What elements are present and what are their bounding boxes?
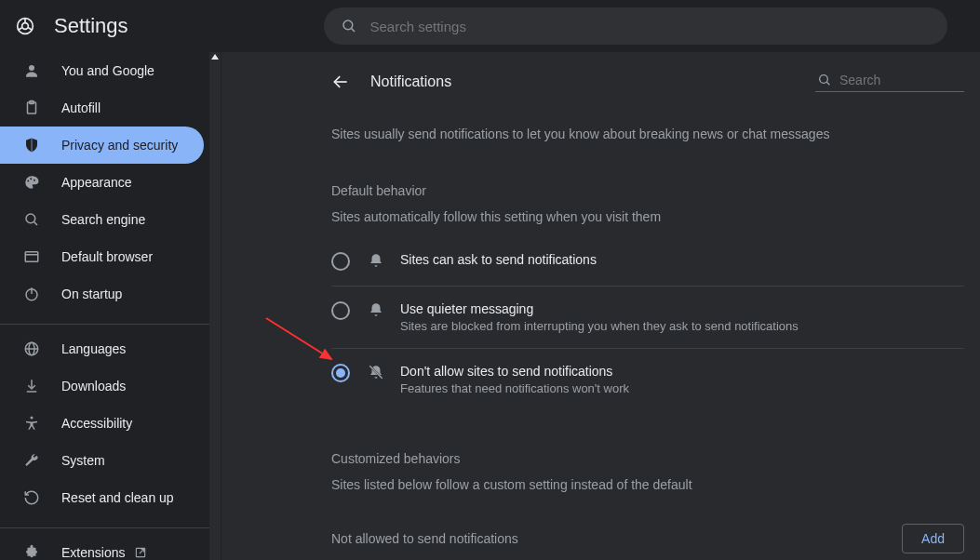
sidebar-item-label: Privacy and security — [61, 138, 178, 153]
svg-line-3 — [351, 29, 354, 32]
app-title: Settings — [54, 14, 128, 38]
search-icon — [22, 211, 41, 228]
person-icon — [22, 62, 41, 79]
svg-point-9 — [34, 180, 35, 181]
shield-icon — [22, 137, 41, 153]
sidebar-item-downloads[interactable]: Downloads — [0, 367, 204, 405]
sidebar-item-label: Extensions — [61, 545, 125, 560]
power-icon — [22, 286, 41, 302]
sidebar-item-extensions[interactable]: Extensions — [0, 534, 204, 560]
sidebar-item-privacy-and-security[interactable]: Privacy and security — [0, 127, 204, 164]
svg-point-7 — [27, 180, 29, 182]
sidebar-item-search-engine[interactable]: Search engine — [0, 201, 204, 238]
svg-point-25 — [820, 75, 828, 84]
annotation-arrow — [266, 318, 341, 374]
radio-title: Don't allow sites to send notifications — [400, 364, 964, 379]
sidebar-item-label: Autofill — [61, 100, 101, 115]
page-title: Notifications — [370, 73, 451, 90]
divider — [0, 324, 210, 325]
sidebar-item-label: Appearance — [61, 175, 132, 190]
svg-line-26 — [826, 82, 829, 85]
sidebar-item-label: Languages — [61, 341, 126, 356]
bell-icon — [367, 252, 385, 269]
sidebar-item-on-startup[interactable]: On startup — [0, 275, 204, 313]
radio-option-quieter[interactable]: Use quieter messaging Sites are blocked … — [331, 287, 964, 349]
sidebar-item-label: Search engine — [61, 212, 145, 227]
page-search-input[interactable] — [839, 73, 942, 87]
radio-input[interactable] — [331, 364, 350, 382]
globe-icon — [22, 340, 41, 357]
sidebar-scrollbar[interactable] — [209, 52, 221, 560]
extension-icon — [22, 544, 41, 560]
sidebar-item-appearance[interactable]: Appearance — [0, 164, 204, 201]
back-button[interactable] — [331, 73, 350, 91]
sidebar-item-label: System — [61, 453, 105, 468]
svg-point-8 — [30, 178, 32, 180]
svg-point-21 — [31, 417, 34, 420]
sidebar-item-label: Accessibility — [61, 416, 132, 431]
section-heading-default-behavior: Default behavior — [331, 155, 964, 200]
sidebar-item-autofill[interactable]: Autofill — [0, 89, 204, 127]
radio-input[interactable] — [331, 301, 350, 320]
radio-title: Sites can ask to send notifications — [400, 252, 964, 267]
svg-line-11 — [34, 222, 37, 225]
page-search[interactable] — [815, 71, 964, 92]
svg-point-4 — [29, 65, 34, 71]
wrench-icon — [22, 452, 41, 469]
bell-icon — [367, 301, 385, 318]
svg-point-1 — [22, 23, 29, 30]
not-allowed-heading: Not allowed to send notifications — [331, 531, 518, 546]
restore-icon — [22, 489, 41, 506]
svg-line-23 — [266, 318, 331, 359]
global-search-input[interactable] — [370, 19, 931, 34]
search-icon — [341, 18, 357, 34]
section-sub: Sites automatically follow this setting … — [331, 200, 964, 230]
chrome-logo-icon — [15, 16, 35, 36]
sidebar: You and Google Autofill Privacy and secu… — [0, 52, 222, 560]
sidebar-item-label: Reset and clean up — [61, 490, 174, 505]
sidebar-item-label: Downloads — [61, 379, 126, 393]
open-external-icon — [134, 546, 147, 559]
global-search[interactable] — [324, 7, 947, 45]
page-description: Sites usually send notifications to let … — [331, 100, 964, 155]
browser-icon — [22, 248, 41, 265]
clipboard-icon — [22, 100, 41, 116]
radio-sub: Features that need notifications won't w… — [400, 381, 964, 395]
section-heading-customized: Customized behaviors — [331, 410, 964, 468]
divider — [0, 527, 210, 528]
bell-off-icon — [367, 364, 385, 380]
sidebar-item-languages[interactable]: Languages — [0, 330, 204, 367]
svg-rect-12 — [25, 252, 38, 262]
sidebar-item-default-browser[interactable]: Default browser — [0, 238, 204, 275]
svg-point-2 — [343, 20, 353, 30]
download-icon — [22, 378, 41, 394]
radio-option-dont-allow[interactable]: Don't allow sites to send notifications … — [331, 349, 964, 410]
sidebar-item-label: Default browser — [61, 249, 153, 264]
radio-title: Use quieter messaging — [400, 301, 964, 316]
sidebar-item-label: On startup — [61, 287, 122, 301]
sidebar-item-system[interactable]: System — [0, 442, 204, 479]
sidebar-item-label: You and Google — [61, 63, 154, 78]
add-button[interactable]: Add — [902, 524, 964, 553]
svg-point-10 — [26, 214, 35, 223]
radio-input[interactable] — [331, 252, 350, 271]
palette-icon — [22, 174, 41, 191]
radio-sub: Sites are blocked from interrupting you … — [400, 319, 964, 333]
section-sub: Sites listed below follow a custom setti… — [331, 468, 964, 498]
sidebar-item-reset-and-clean-up[interactable]: Reset and clean up — [0, 479, 204, 516]
search-icon — [817, 73, 832, 87]
radio-option-ask[interactable]: Sites can ask to send notifications — [331, 237, 964, 287]
sidebar-item-accessibility[interactable]: Accessibility — [0, 405, 204, 442]
accessibility-icon — [22, 415, 41, 432]
sidebar-item-you-and-google[interactable]: You and Google — [0, 52, 204, 89]
